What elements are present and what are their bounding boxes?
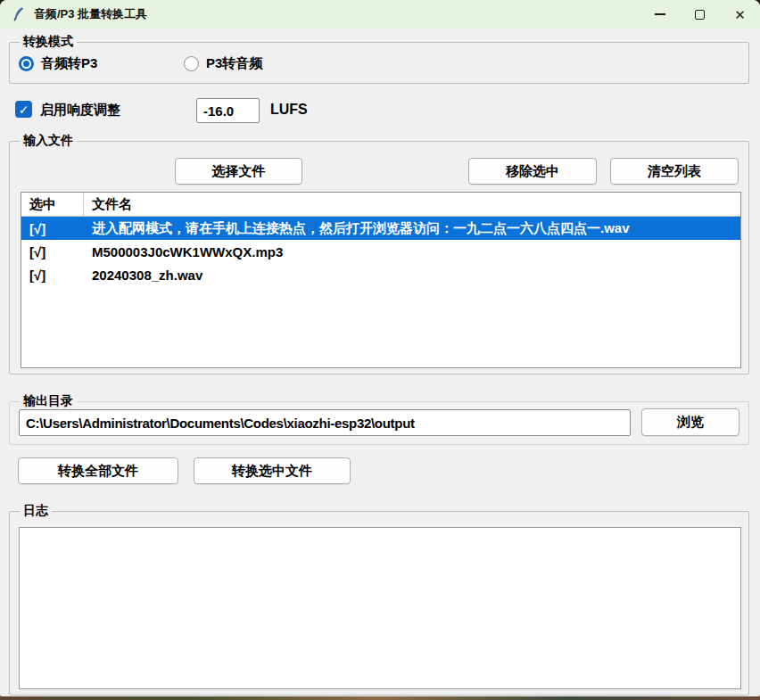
remove-selected-button[interactable]: 移除选中 — [468, 158, 597, 185]
row-checked: [√] — [21, 263, 84, 286]
mode-groupbox: 转换模式 音频转P3 P3转音频 — [9, 42, 749, 84]
header-filename[interactable]: 文件名 — [84, 193, 740, 216]
close-icon: ✕ — [734, 8, 746, 21]
radio-selected-icon — [19, 56, 34, 71]
radio-audio-to-p3[interactable]: 音频转P3 — [19, 55, 97, 72]
lufs-unit-label: LUFS — [270, 102, 308, 118]
window-title: 音频/P3 批量转换工具 — [34, 6, 147, 22]
row-filename: 20240308_zh.wav — [84, 263, 740, 286]
row-filename: 进入配网模式，请在手机上连接热点，然后打开浏览器访问：一九二点一六八点四点一.w… — [84, 217, 740, 240]
loudness-row: ✓ 启用响度调整 LUFS — [0, 96, 760, 127]
table-row[interactable]: [√] 20240308_zh.wav — [21, 263, 740, 286]
loudness-checkbox[interactable]: ✓ — [15, 101, 32, 118]
row-filename: M500003J0cWK1WWxQX.mp3 — [84, 240, 740, 263]
loudness-checkbox-label: 启用响度调整 — [40, 102, 120, 119]
log-label: 日志 — [20, 503, 52, 519]
browse-button[interactable]: 浏览 — [641, 408, 739, 436]
convert-all-button[interactable]: 转换全部文件 — [18, 457, 178, 484]
file-table: 选中 文件名 [√] 进入配网模式，请在手机上连接热点，然后打开浏览器访问：一九… — [21, 192, 741, 368]
output-dir-label: 输出目录 — [20, 393, 77, 409]
python-feather-icon — [12, 7, 26, 21]
app-window: 音频/P3 批量转换工具 ✕ 转换模式 音频转P3 P3转音频 ✓ 启用响度调整… — [0, 0, 760, 696]
loudness-value-input[interactable] — [196, 98, 260, 123]
row-checked: [√] — [21, 240, 84, 263]
table-row[interactable]: [√] 进入配网模式，请在手机上连接热点，然后打开浏览器访问：一九二点一六八点四… — [21, 217, 740, 240]
radio-p3-to-audio-label: P3转音频 — [206, 55, 262, 72]
row-checked: [√] — [21, 217, 84, 240]
maximize-icon — [695, 10, 705, 20]
radio-p3-to-audio[interactable]: P3转音频 — [184, 55, 262, 72]
radio-audio-to-p3-label: 音频转P3 — [41, 55, 97, 72]
output-dir-input[interactable] — [19, 409, 631, 436]
minimize-icon — [655, 13, 665, 15]
table-row[interactable]: [√] M500003J0cWK1WWxQX.mp3 — [21, 240, 740, 263]
clear-list-button[interactable]: 清空列表 — [610, 158, 739, 185]
maximize-button[interactable] — [680, 0, 720, 29]
file-table-header: 选中 文件名 — [21, 193, 740, 217]
close-button[interactable]: ✕ — [720, 0, 760, 29]
radio-unselected-icon — [184, 56, 199, 71]
output-dir-groupbox: 输出目录 浏览 — [9, 401, 749, 445]
mode-group-label: 转换模式 — [20, 34, 77, 50]
titlebar: 音频/P3 批量转换工具 ✕ — [0, 0, 760, 29]
log-groupbox: 日志 — [9, 511, 749, 696]
select-files-button[interactable]: 选择文件 — [175, 158, 302, 185]
log-textarea[interactable] — [19, 527, 741, 689]
header-checked[interactable]: 选中 — [21, 193, 84, 216]
convert-selected-button[interactable]: 转换选中文件 — [194, 457, 351, 484]
input-files-groupbox: 输入文件 选择文件 移除选中 清空列表 选中 文件名 [√] 进入配网模式，请在… — [9, 141, 749, 375]
minimize-button[interactable] — [640, 0, 680, 29]
input-files-label: 输入文件 — [20, 133, 77, 149]
